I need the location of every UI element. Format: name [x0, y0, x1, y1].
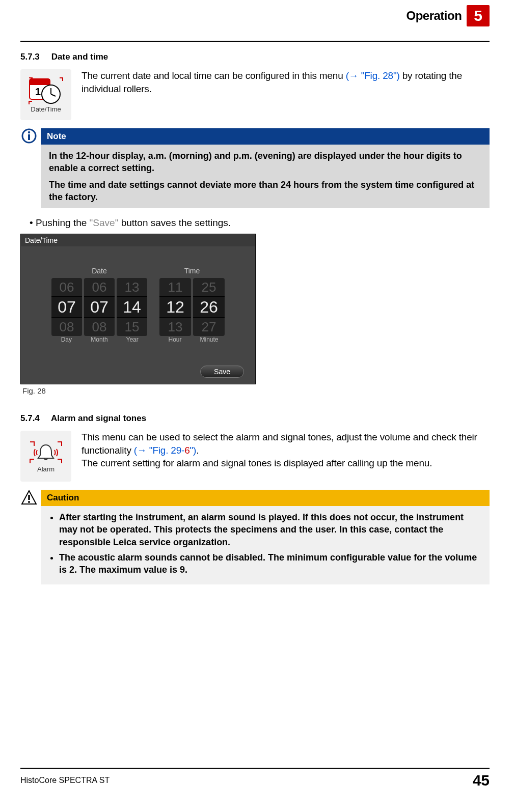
date-roller-group[interactable]: Date 06 07 08 06 07 08 13 [51, 267, 148, 343]
svg-point-7 [28, 131, 30, 133]
date-label: Date [92, 267, 107, 275]
svg-rect-8 [28, 134, 30, 140]
roller-cell: 13 [117, 278, 147, 296]
caution-item: The acoustic alarm sounds cannot be disa… [59, 551, 481, 576]
svg-rect-10 [28, 495, 30, 500]
time-label: Time [184, 267, 200, 275]
roller-foot: Month [84, 336, 115, 343]
figure-28: Date/Time Date 06 07 08 06 07 0 [20, 234, 256, 384]
section-heading-573: 5.7.3 Date and time [20, 52, 490, 62]
bullet-text-a: Pushing the [36, 217, 90, 228]
bell-sound-icon [28, 440, 64, 465]
chapter-title: Operation [406, 9, 462, 23]
roller-cell: 06 [84, 278, 115, 296]
time-roller-group[interactable]: Time 11 12 13 25 26 27 [159, 267, 225, 343]
fig28-link[interactable]: (→ "Fig. 28") [346, 70, 400, 81]
caution-icon [20, 490, 38, 584]
roller-cell: 15 [117, 318, 147, 336]
roller-cell: 13 [159, 318, 191, 336]
roller-cell: 08 [84, 318, 115, 336]
roller-foot: Minute [193, 336, 225, 343]
fig29-link[interactable]: (→ "Fig. 29-6") [134, 445, 196, 456]
section-heading-574: 5.7.4 Alarm and signal tones [20, 413, 490, 424]
save-button[interactable]: Save [200, 366, 244, 378]
icon-label: Alarm [37, 465, 55, 473]
alarm-menu-icon: Alarm [20, 431, 71, 482]
section-title: Alarm and signal tones [51, 413, 146, 423]
roller-cell-current: 07 [84, 296, 115, 318]
fig-window-title: Date/Time [21, 234, 255, 246]
intro-text: The current date and local time can be c… [82, 70, 346, 81]
p1b: . [196, 445, 199, 456]
section-573-intro: The current date and local time can be c… [82, 69, 490, 120]
roller-foot: Hour [159, 336, 191, 343]
caution-item: After starting the instrument, an alarm … [59, 511, 481, 548]
footer-product: HistoCore SPECTRA ST [20, 776, 110, 785]
svg-text:1: 1 [35, 86, 41, 97]
roller-cell-current: 14 [117, 296, 147, 318]
p2: The current setting for alarm and signal… [82, 458, 432, 468]
header-rule [20, 41, 490, 42]
section-number: 5.7.4 [20, 413, 49, 424]
note-content: In the 12-hour display, a.m. (morning) a… [41, 145, 490, 208]
icon-label: Date/Time [31, 105, 61, 113]
caution-content: After starting the instrument, an alarm … [41, 506, 490, 584]
footer-page-number: 45 [473, 772, 490, 789]
roller-cell: 06 [51, 278, 82, 296]
roller-cell: 08 [51, 318, 82, 336]
roller-foot: Year [117, 336, 148, 343]
section-title: Date and time [51, 52, 108, 62]
svg-point-11 [28, 501, 30, 503]
roller-foot: Day [51, 336, 82, 343]
roller-cell: 25 [193, 278, 225, 296]
section-number: 5.7.3 [20, 52, 49, 62]
note-title: Note [41, 128, 490, 145]
datetime-menu-icon: 1 Date/Time [20, 69, 71, 120]
note-icon [20, 128, 38, 208]
chapter-number-badge: 5 [467, 5, 490, 26]
save-word: "Save" [90, 217, 119, 228]
roller-cell: 11 [159, 278, 191, 296]
roller-cell: 27 [193, 318, 225, 336]
roller-cell-current: 12 [159, 296, 191, 318]
roller-cell-current: 07 [51, 296, 82, 318]
calendar-clock-icon: 1 [28, 77, 64, 105]
note-p1: In the 12-hour display, a.m. (morning) a… [49, 150, 481, 175]
figure-caption: Fig. 28 [22, 386, 490, 395]
save-bullet: • Pushing the "Save" button saves the se… [30, 217, 490, 229]
bullet-text-b: button saves the settings. [118, 217, 231, 228]
roller-cell-current: 26 [193, 296, 225, 318]
section-574-intro: This menu can be used to select the alar… [82, 431, 490, 482]
caution-title: Caution [41, 490, 490, 506]
note-p2: The time and date settings cannot deviat… [49, 179, 481, 204]
